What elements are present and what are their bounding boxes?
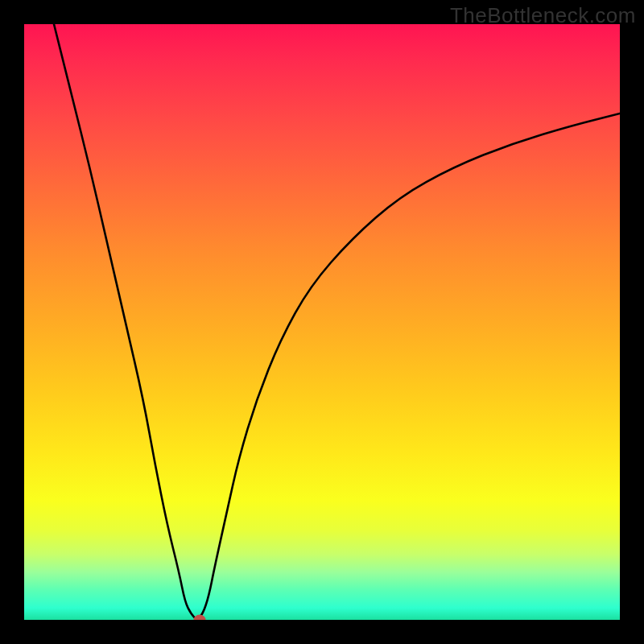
bottleneck-curve bbox=[24, 24, 620, 620]
watermark-text: TheBottleneck.com bbox=[450, 3, 636, 28]
plot-area bbox=[24, 24, 620, 620]
optimal-point-marker bbox=[194, 615, 206, 621]
